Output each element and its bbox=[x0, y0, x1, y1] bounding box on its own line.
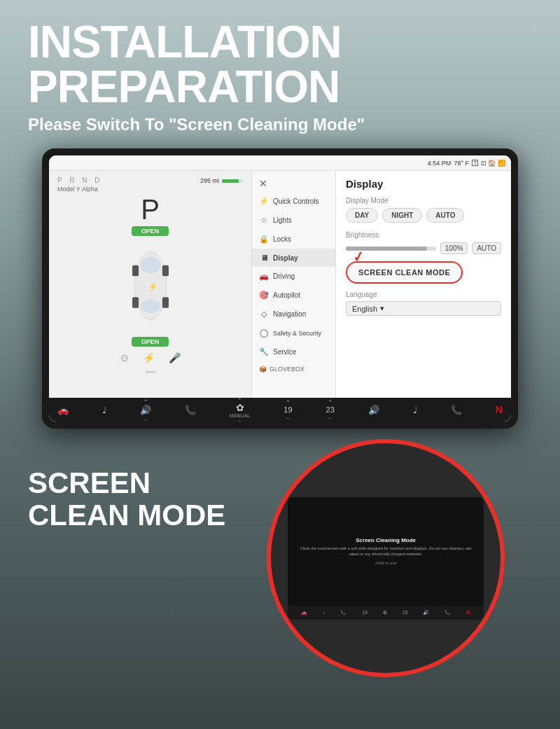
svg-rect-4 bbox=[162, 265, 168, 277]
menu-quick-controls[interactable]: ⚡ Quick Controls bbox=[252, 192, 335, 211]
circle-container: Screen Cleaning Mode Clean the touchscre… bbox=[239, 439, 532, 677]
menu-label-autopilot: Autopilot bbox=[273, 291, 300, 299]
menu-label-driving: Driving bbox=[273, 272, 295, 280]
mini-screen: Screen Cleaning Mode Clean the touchscre… bbox=[288, 497, 484, 620]
mini-car-icon: 🚗 bbox=[301, 610, 307, 616]
mini-num2: 23 bbox=[402, 610, 408, 615]
display-mode-label: Display Mode bbox=[346, 197, 501, 204]
service-icon: 🔧 bbox=[259, 347, 269, 356]
volume-right-icon: 🔊 bbox=[368, 405, 379, 415]
mini-screen-touch: Hold to exit bbox=[375, 561, 396, 565]
menu-autopilot[interactable]: 🎯 Autopilot bbox=[252, 286, 335, 305]
lightning-icon: ⚡ bbox=[143, 352, 155, 363]
glovebox-icon: 📦 bbox=[259, 366, 267, 373]
wiper-icon: 〰 bbox=[146, 367, 155, 378]
main-title: INSTALLATION PREPARATION bbox=[28, 20, 532, 109]
volume-left-icon: 🔊 bbox=[140, 405, 151, 415]
plus-icon: + bbox=[144, 397, 148, 403]
taskbar-music[interactable]: ♩ bbox=[102, 405, 106, 415]
label-line1: SCREEN bbox=[28, 466, 150, 499]
open-btn-bottom[interactable]: OPEN bbox=[132, 337, 169, 347]
taskbar-temp-left: + 19 − bbox=[284, 398, 292, 422]
display-icon: 🖥 bbox=[259, 254, 269, 262]
svg-rect-3 bbox=[132, 265, 139, 277]
autopilot-icon: 🎯 bbox=[259, 291, 269, 300]
svg-rect-6 bbox=[162, 297, 168, 308]
status-temp: 78° F bbox=[454, 160, 469, 167]
language-value: English bbox=[352, 305, 377, 313]
gear-display: P bbox=[141, 195, 160, 223]
menu-label-lights: Lights bbox=[273, 216, 292, 224]
car-image: ⚡ bbox=[88, 240, 214, 331]
temp-num-right: 23 bbox=[326, 405, 335, 414]
taskbar-car[interactable]: 🚗 bbox=[57, 405, 69, 415]
status-time: 4:54 PM bbox=[428, 160, 451, 167]
mode-buttons: DAY NIGHT AUTO bbox=[346, 208, 501, 223]
mini-vol-icon: 🔊 bbox=[423, 610, 429, 616]
car-icon: 🚗 bbox=[57, 405, 69, 415]
mini-num1: 19 bbox=[362, 610, 368, 615]
auto-btn[interactable]: AUTO bbox=[472, 242, 501, 254]
menu-navigation[interactable]: ◇ Navigation bbox=[252, 305, 335, 324]
mini-phone-icon: 📞 bbox=[340, 610, 346, 616]
phone-right-icon: 📞 bbox=[451, 405, 462, 415]
svg-rect-5 bbox=[132, 297, 139, 308]
quick-controls-icon: ⚡ bbox=[259, 197, 269, 206]
menu-safety[interactable]: ◯ Safety & Security bbox=[252, 324, 335, 342]
screen-clean-mode-label: SCREEN CLEAN MODE bbox=[28, 467, 225, 532]
menu-display[interactable]: 🖥 Display bbox=[252, 249, 335, 267]
label-line2: CLEAN MODE bbox=[28, 499, 225, 532]
svg-text:⚡: ⚡ bbox=[148, 282, 157, 291]
mode-night[interactable]: NIGHT bbox=[382, 208, 422, 223]
mode-day[interactable]: DAY bbox=[346, 208, 378, 223]
menu-label-safety: Safety & Security bbox=[273, 330, 321, 337]
glovebox-label: GLOVEBOX bbox=[270, 366, 304, 373]
taskbar-phone-right[interactable]: 📞 bbox=[451, 405, 462, 415]
taskbar-phone-left[interactable]: 📞 bbox=[185, 405, 196, 415]
mini-taskbar: 🚗 ♩ 📞 19 ✿ 23 🔊 📞 N bbox=[288, 606, 484, 620]
circle-icon: ⊙ bbox=[120, 352, 129, 363]
temp-num-left: 19 bbox=[284, 405, 292, 414]
title-line1: INSTALLATION bbox=[28, 17, 342, 67]
brightness-label: Brightness bbox=[346, 231, 501, 239]
taskbar-fan[interactable]: + ✿ MANUAL − bbox=[230, 396, 250, 422]
menu-driving[interactable]: 🚗 Driving bbox=[252, 267, 335, 286]
mini-netflix-icon: N bbox=[466, 609, 470, 616]
language-select[interactable]: English ▾ bbox=[346, 301, 501, 316]
close-btn[interactable]: ✕ bbox=[252, 175, 335, 192]
title-line2: PREPARATION bbox=[28, 62, 340, 112]
driving-icon: 🚗 bbox=[259, 272, 269, 281]
taskbar-music-right[interactable]: ♩ bbox=[413, 405, 417, 415]
lights-icon: ☆ bbox=[259, 216, 269, 225]
status-bar: 4:54 PM 78° F 🅃 ⊡ 🏠 📶 bbox=[49, 155, 511, 171]
battery-bar bbox=[222, 179, 243, 183]
taskbar: 🚗 ♩ + 🔊 − 📞 + ✿ MANUAL − bbox=[49, 398, 511, 422]
menu-lights[interactable]: ☆ Lights bbox=[252, 211, 335, 230]
nav-icon: ◇ bbox=[259, 310, 269, 319]
mini-screen-content: Screen Cleaning Mode Clean the touchscre… bbox=[288, 497, 484, 606]
open-btn-top[interactable]: OPEN bbox=[132, 226, 169, 236]
taskbar-volume-left[interactable]: + 🔊 − bbox=[140, 397, 151, 422]
lower-section: SCREEN CLEAN MODE Screen Cleaning Mode C… bbox=[0, 439, 560, 677]
menu-glovebox[interactable]: 📦 GLOVEBOX bbox=[252, 361, 335, 377]
mic-icon: 🎤 bbox=[169, 352, 181, 363]
status-icons: ⊡ 🏠 📶 bbox=[481, 160, 505, 167]
menu-locks[interactable]: 🔒 Locks bbox=[252, 230, 335, 249]
mini-fan-icon: ✿ bbox=[383, 610, 387, 616]
taskbar-temp-right: + 23 − bbox=[326, 398, 335, 422]
mode-auto[interactable]: AUTO bbox=[426, 208, 464, 223]
tesla-screen: 4:54 PM 78° F 🅃 ⊡ 🏠 📶 P R N D Model Y Al… bbox=[49, 155, 511, 422]
mini-phone2-icon: 📞 bbox=[444, 610, 451, 616]
mini-screen-title: Screen Cleaning Mode bbox=[356, 537, 416, 543]
right-panel: Display Display Mode DAY NIGHT AUTO Brig… bbox=[336, 171, 511, 398]
fan-icon: ✿ bbox=[236, 402, 244, 413]
car-name: Model Y Alpha bbox=[57, 186, 103, 193]
taskbar-netflix[interactable]: N bbox=[496, 404, 503, 415]
menu-service[interactable]: 🔧 Service bbox=[252, 342, 335, 361]
music-right-icon: ♩ bbox=[413, 405, 417, 415]
menu-label-locks: Locks bbox=[273, 235, 291, 243]
taskbar-volume-right[interactable]: 🔊 bbox=[368, 405, 379, 415]
header-section: INSTALLATION PREPARATION Please Switch T… bbox=[0, 0, 560, 141]
locks-icon: 🔒 bbox=[259, 235, 269, 244]
mileage: 295 mi bbox=[200, 177, 219, 184]
